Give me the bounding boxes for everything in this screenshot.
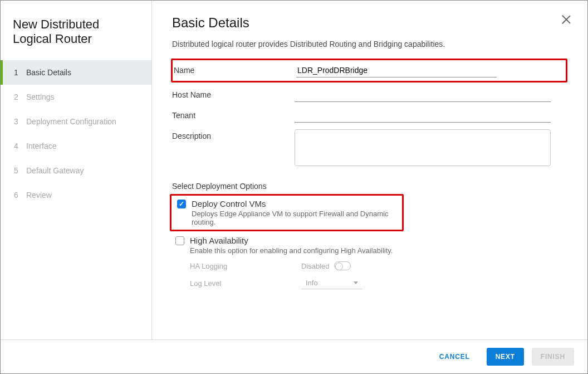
- finish-button: FINISH: [532, 348, 574, 366]
- deploy-control-vms-label: Deploy Control VMs: [192, 199, 266, 208]
- page-subtitle: Distributed logical router provides Dist…: [172, 40, 567, 48]
- wizard-step-basic-details[interactable]: 1 Basic Details: [1, 60, 151, 85]
- deploy-control-vms-desc: Deploys Edge Appliance VM to support Fir…: [192, 210, 396, 226]
- tenant-label: Tenant: [172, 109, 295, 120]
- wizard-step-number: 3: [14, 117, 21, 126]
- high-availability-checkbox[interactable]: [175, 236, 184, 245]
- name-label: Name: [174, 64, 296, 75]
- name-input[interactable]: [296, 64, 497, 77]
- close-icon[interactable]: [561, 14, 572, 25]
- deploy-control-vms-checkbox[interactable]: [177, 200, 186, 208]
- log-level-dropdown[interactable]: Info: [301, 277, 362, 289]
- dialog-new-dlr: New Distributed Logical Router 1 Basic D…: [0, 0, 588, 374]
- log-level-value: Info: [306, 279, 318, 287]
- wizard-step-label: Review: [26, 191, 52, 200]
- high-availability-row: High Availability: [172, 236, 567, 245]
- ha-logging-label: HA Logging: [190, 262, 301, 270]
- next-button[interactable]: NEXT: [487, 348, 524, 366]
- wizard-step-label: Default Gateway: [26, 166, 84, 175]
- wizard-step-interface[interactable]: 4 Interface: [1, 134, 151, 158]
- wizard-title: New Distributed Logical Router: [1, 12, 151, 60]
- wizard-step-label: Basic Details: [26, 68, 71, 77]
- hostname-input[interactable]: [295, 88, 551, 102]
- ha-logging-value: Disabled: [301, 262, 330, 270]
- cancel-button[interactable]: CANCEL: [430, 348, 479, 366]
- field-row-tenant: Tenant: [172, 105, 567, 126]
- wizard-step-label: Interface: [26, 142, 56, 150]
- high-availability-label: High Availability: [190, 236, 248, 245]
- ha-logging-row: HA Logging Disabled: [190, 261, 567, 270]
- wizard-main: Basic Details Distributed logical router…: [152, 1, 587, 339]
- wizard-step-label: Settings: [26, 93, 55, 101]
- wizard-footer: CANCEL NEXT FINISH: [1, 339, 587, 373]
- log-level-row: Log Level Info: [190, 277, 567, 289]
- log-level-label: Log Level: [190, 279, 301, 288]
- description-textarea[interactable]: [295, 129, 551, 166]
- wizard-step-number: 2: [14, 93, 21, 101]
- wizard-step-number: 6: [14, 191, 21, 200]
- deploy-control-vms-row: Deploy Control VMs: [177, 199, 396, 208]
- hostname-label: Host Name: [172, 88, 295, 99]
- page-title: Basic Details: [172, 15, 567, 31]
- high-availability-block: High Availability Enable this option for…: [172, 236, 567, 289]
- description-label: Description: [172, 129, 295, 140]
- highlight-name-row: Name: [171, 59, 567, 82]
- wizard-step-label: Deployment Configuration: [26, 117, 116, 126]
- wizard-step-number: 4: [14, 142, 21, 150]
- high-availability-desc: Enable this option for enabling and conf…: [187, 246, 567, 255]
- ha-logging-toggle[interactable]: [334, 261, 351, 270]
- dialog-body: New Distributed Logical Router 1 Basic D…: [1, 1, 587, 339]
- wizard-step-review[interactable]: 6 Review: [1, 183, 151, 207]
- wizard-step-default-gateway[interactable]: 5 Default Gateway: [1, 158, 151, 183]
- field-row-description: Description: [172, 126, 567, 169]
- wizard-step-settings[interactable]: 2 Settings: [1, 85, 151, 109]
- field-row-name: Name: [174, 60, 565, 81]
- wizard-sidebar: New Distributed Logical Router 1 Basic D…: [1, 1, 152, 339]
- field-row-hostname: Host Name: [172, 85, 567, 105]
- chevron-down-icon: [354, 281, 358, 284]
- wizard-step-number: 1: [14, 68, 21, 77]
- wizard-step-number: 5: [14, 166, 21, 175]
- tenant-input[interactable]: [295, 109, 551, 123]
- highlight-deploy-control-vms: Deploy Control VMs Deploys Edge Applianc…: [170, 194, 404, 231]
- wizard-step-deployment-config[interactable]: 3 Deployment Configuration: [1, 109, 151, 134]
- ha-sub-settings: HA Logging Disabled Log Level Info: [187, 261, 567, 289]
- deployment-options-header: Select Deployment Options: [172, 182, 567, 191]
